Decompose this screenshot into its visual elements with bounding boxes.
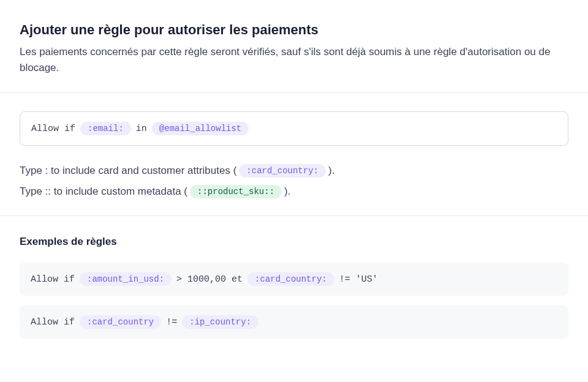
header-section: Ajouter une règle pour autoriser les pai… <box>0 0 588 93</box>
card-country-token-ex1: :card_country: <box>247 272 334 286</box>
rule-in-keyword: in <box>136 124 147 134</box>
hint1-suffix: ). <box>328 165 334 177</box>
hint2-prefix: Type :: to include custom metadata ( <box>20 185 187 198</box>
ex2-op1: != <box>166 317 177 328</box>
example-rule-1[interactable]: Allow if :amount_in_usd: > 1000,00 et :c… <box>20 263 568 296</box>
page-description: Les paiements concernés par cette règle … <box>20 44 568 75</box>
rule-allow-if: Allow if <box>31 124 75 134</box>
product-sku-token: ::product_sku:: <box>190 185 282 198</box>
page-title: Ajouter une règle pour autoriser les pai… <box>20 22 568 38</box>
ip-country-token: :ip_country: <box>182 315 258 329</box>
example-rule-2[interactable]: Allow if :card_country != :ip_country: <box>20 305 568 339</box>
card-country-token-ex2: :card_country <box>80 315 161 329</box>
amount-in-usd-token: :amount_in_usd: <box>80 272 172 286</box>
ex1-op2: != 'US' <box>339 274 378 285</box>
email-token: :email: <box>80 122 131 135</box>
examples-title: Exemples de règles <box>20 236 568 248</box>
hint-attributes: Type : to include card and customer attr… <box>20 164 568 178</box>
hint1-prefix: Type : to include card and customer attr… <box>20 165 236 177</box>
ex1-allow-if: Allow if <box>31 274 75 285</box>
hint-metadata: Type :: to include custom metadata ( ::p… <box>20 185 568 198</box>
rule-input-field[interactable]: Allow if :email: in @email_allowlist <box>20 111 568 146</box>
hint2-suffix: ). <box>284 185 290 198</box>
email-allowlist-token: @email_allowlist <box>152 122 249 135</box>
examples-section: Exemples de règles Allow if :amount_in_u… <box>0 216 588 351</box>
ex2-allow-if: Allow if <box>31 317 75 328</box>
rule-editor-panel: Ajouter une règle pour autoriser les pai… <box>0 0 588 382</box>
card-country-token: :card_country: <box>239 164 326 178</box>
input-section: Allow if :email: in @email_allowlist Typ… <box>0 93 588 216</box>
ex1-op1: > 1000,00 et <box>176 274 243 285</box>
